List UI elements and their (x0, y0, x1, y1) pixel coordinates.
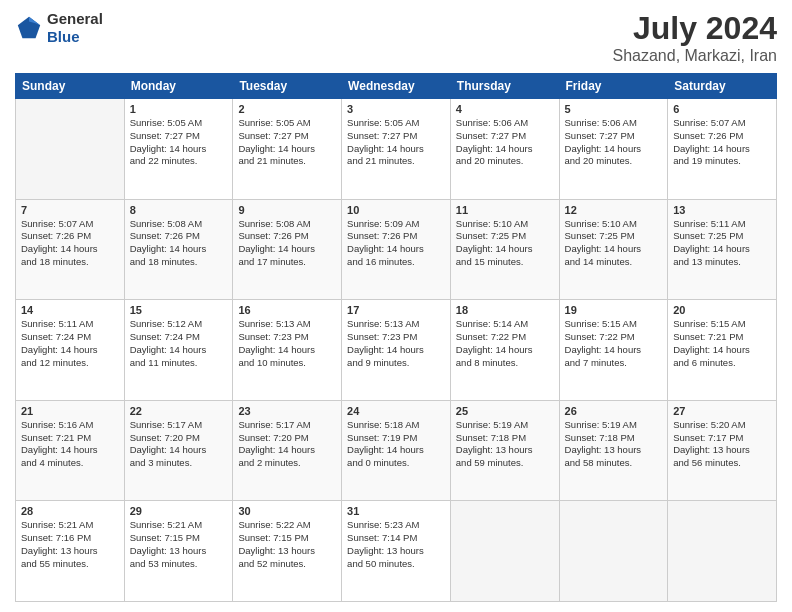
day-number: 29 (130, 505, 228, 517)
day-info: Sunrise: 5:13 AMSunset: 7:23 PMDaylight:… (238, 318, 336, 369)
day-number: 17 (347, 304, 445, 316)
day-number: 4 (456, 103, 554, 115)
header-sunday: Sunday (16, 74, 125, 99)
calendar-week-4: 21 Sunrise: 5:16 AMSunset: 7:21 PMDaylig… (16, 400, 777, 501)
calendar-cell: 25 Sunrise: 5:19 AMSunset: 7:18 PMDaylig… (450, 400, 559, 501)
day-info: Sunrise: 5:20 AMSunset: 7:17 PMDaylight:… (673, 419, 771, 470)
calendar-cell: 4 Sunrise: 5:06 AMSunset: 7:27 PMDayligh… (450, 99, 559, 200)
day-info: Sunrise: 5:06 AMSunset: 7:27 PMDaylight:… (456, 117, 554, 168)
day-number: 3 (347, 103, 445, 115)
day-info: Sunrise: 5:17 AMSunset: 7:20 PMDaylight:… (238, 419, 336, 470)
calendar-cell: 2 Sunrise: 5:05 AMSunset: 7:27 PMDayligh… (233, 99, 342, 200)
calendar-cell: 8 Sunrise: 5:08 AMSunset: 7:26 PMDayligh… (124, 199, 233, 300)
day-number: 10 (347, 204, 445, 216)
day-info: Sunrise: 5:15 AMSunset: 7:21 PMDaylight:… (673, 318, 771, 369)
day-info: Sunrise: 5:22 AMSunset: 7:15 PMDaylight:… (238, 519, 336, 570)
calendar-cell: 10 Sunrise: 5:09 AMSunset: 7:26 PMDaylig… (342, 199, 451, 300)
day-info: Sunrise: 5:23 AMSunset: 7:14 PMDaylight:… (347, 519, 445, 570)
calendar-cell: 22 Sunrise: 5:17 AMSunset: 7:20 PMDaylig… (124, 400, 233, 501)
day-info: Sunrise: 5:13 AMSunset: 7:23 PMDaylight:… (347, 318, 445, 369)
day-info: Sunrise: 5:11 AMSunset: 7:24 PMDaylight:… (21, 318, 119, 369)
calendar-cell: 31 Sunrise: 5:23 AMSunset: 7:14 PMDaylig… (342, 501, 451, 602)
calendar-cell: 16 Sunrise: 5:13 AMSunset: 7:23 PMDaylig… (233, 300, 342, 401)
calendar-title: July 2024 (612, 10, 777, 47)
day-number: 5 (565, 103, 663, 115)
day-info: Sunrise: 5:18 AMSunset: 7:19 PMDaylight:… (347, 419, 445, 470)
day-number: 9 (238, 204, 336, 216)
day-info: Sunrise: 5:21 AMSunset: 7:15 PMDaylight:… (130, 519, 228, 570)
logo: General Blue (15, 10, 103, 46)
calendar-cell: 3 Sunrise: 5:05 AMSunset: 7:27 PMDayligh… (342, 99, 451, 200)
day-number: 27 (673, 405, 771, 417)
day-number: 14 (21, 304, 119, 316)
calendar-cell: 5 Sunrise: 5:06 AMSunset: 7:27 PMDayligh… (559, 99, 668, 200)
day-number: 22 (130, 405, 228, 417)
day-info: Sunrise: 5:17 AMSunset: 7:20 PMDaylight:… (130, 419, 228, 470)
day-number: 24 (347, 405, 445, 417)
title-block: July 2024 Shazand, Markazi, Iran (612, 10, 777, 65)
day-info: Sunrise: 5:10 AMSunset: 7:25 PMDaylight:… (456, 218, 554, 269)
calendar-cell: 9 Sunrise: 5:08 AMSunset: 7:26 PMDayligh… (233, 199, 342, 300)
day-number: 21 (21, 405, 119, 417)
calendar-week-2: 7 Sunrise: 5:07 AMSunset: 7:26 PMDayligh… (16, 199, 777, 300)
calendar-table: Sunday Monday Tuesday Wednesday Thursday… (15, 73, 777, 602)
calendar-cell: 27 Sunrise: 5:20 AMSunset: 7:17 PMDaylig… (668, 400, 777, 501)
calendar-subtitle: Shazand, Markazi, Iran (612, 47, 777, 65)
day-info: Sunrise: 5:11 AMSunset: 7:25 PMDaylight:… (673, 218, 771, 269)
calendar-cell: 30 Sunrise: 5:22 AMSunset: 7:15 PMDaylig… (233, 501, 342, 602)
day-number: 2 (238, 103, 336, 115)
calendar-cell: 29 Sunrise: 5:21 AMSunset: 7:15 PMDaylig… (124, 501, 233, 602)
calendar-cell: 26 Sunrise: 5:19 AMSunset: 7:18 PMDaylig… (559, 400, 668, 501)
day-number: 13 (673, 204, 771, 216)
calendar-cell: 7 Sunrise: 5:07 AMSunset: 7:26 PMDayligh… (16, 199, 125, 300)
calendar-cell (16, 99, 125, 200)
logo-icon (15, 14, 43, 42)
day-info: Sunrise: 5:19 AMSunset: 7:18 PMDaylight:… (565, 419, 663, 470)
calendar-week-5: 28 Sunrise: 5:21 AMSunset: 7:16 PMDaylig… (16, 501, 777, 602)
day-info: Sunrise: 5:15 AMSunset: 7:22 PMDaylight:… (565, 318, 663, 369)
day-info: Sunrise: 5:14 AMSunset: 7:22 PMDaylight:… (456, 318, 554, 369)
calendar-cell: 13 Sunrise: 5:11 AMSunset: 7:25 PMDaylig… (668, 199, 777, 300)
day-info: Sunrise: 5:09 AMSunset: 7:26 PMDaylight:… (347, 218, 445, 269)
logo-blue-text: Blue (47, 28, 103, 46)
calendar-cell: 21 Sunrise: 5:16 AMSunset: 7:21 PMDaylig… (16, 400, 125, 501)
calendar-week-3: 14 Sunrise: 5:11 AMSunset: 7:24 PMDaylig… (16, 300, 777, 401)
calendar-cell (668, 501, 777, 602)
day-number: 11 (456, 204, 554, 216)
header-saturday: Saturday (668, 74, 777, 99)
day-number: 30 (238, 505, 336, 517)
day-info: Sunrise: 5:08 AMSunset: 7:26 PMDaylight:… (130, 218, 228, 269)
day-info: Sunrise: 5:07 AMSunset: 7:26 PMDaylight:… (21, 218, 119, 269)
day-info: Sunrise: 5:19 AMSunset: 7:18 PMDaylight:… (456, 419, 554, 470)
header-friday: Friday (559, 74, 668, 99)
day-info: Sunrise: 5:16 AMSunset: 7:21 PMDaylight:… (21, 419, 119, 470)
day-number: 6 (673, 103, 771, 115)
calendar-cell: 19 Sunrise: 5:15 AMSunset: 7:22 PMDaylig… (559, 300, 668, 401)
day-info: Sunrise: 5:08 AMSunset: 7:26 PMDaylight:… (238, 218, 336, 269)
day-info: Sunrise: 5:05 AMSunset: 7:27 PMDaylight:… (238, 117, 336, 168)
calendar-cell: 17 Sunrise: 5:13 AMSunset: 7:23 PMDaylig… (342, 300, 451, 401)
calendar-header-row: Sunday Monday Tuesday Wednesday Thursday… (16, 74, 777, 99)
calendar-cell: 12 Sunrise: 5:10 AMSunset: 7:25 PMDaylig… (559, 199, 668, 300)
day-number: 8 (130, 204, 228, 216)
calendar-cell: 15 Sunrise: 5:12 AMSunset: 7:24 PMDaylig… (124, 300, 233, 401)
day-info: Sunrise: 5:21 AMSunset: 7:16 PMDaylight:… (21, 519, 119, 570)
logo-general-text: General (47, 10, 103, 28)
calendar-cell (559, 501, 668, 602)
calendar-cell: 20 Sunrise: 5:15 AMSunset: 7:21 PMDaylig… (668, 300, 777, 401)
header-tuesday: Tuesday (233, 74, 342, 99)
calendar-cell: 1 Sunrise: 5:05 AMSunset: 7:27 PMDayligh… (124, 99, 233, 200)
day-info: Sunrise: 5:05 AMSunset: 7:27 PMDaylight:… (347, 117, 445, 168)
day-number: 18 (456, 304, 554, 316)
day-number: 25 (456, 405, 554, 417)
day-info: Sunrise: 5:10 AMSunset: 7:25 PMDaylight:… (565, 218, 663, 269)
calendar-week-1: 1 Sunrise: 5:05 AMSunset: 7:27 PMDayligh… (16, 99, 777, 200)
calendar-cell: 6 Sunrise: 5:07 AMSunset: 7:26 PMDayligh… (668, 99, 777, 200)
day-info: Sunrise: 5:06 AMSunset: 7:27 PMDaylight:… (565, 117, 663, 168)
day-number: 28 (21, 505, 119, 517)
header-wednesday: Wednesday (342, 74, 451, 99)
day-number: 1 (130, 103, 228, 115)
calendar-cell: 11 Sunrise: 5:10 AMSunset: 7:25 PMDaylig… (450, 199, 559, 300)
day-number: 23 (238, 405, 336, 417)
page-header: General Blue July 2024 Shazand, Markazi,… (15, 10, 777, 65)
